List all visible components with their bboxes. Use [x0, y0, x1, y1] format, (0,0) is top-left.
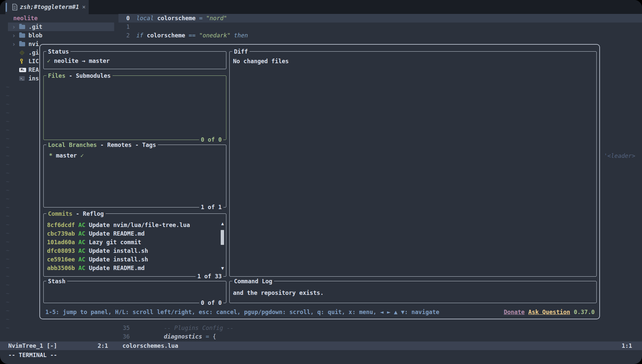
tab-commits[interactable]: Commits: [48, 210, 72, 217]
file-icon: [12, 4, 18, 13]
tree-item-label: LIC: [28, 57, 39, 66]
commit-author: AC: [75, 230, 89, 237]
commit-row[interactable]: dfc08093 AC Update install.sh: [47, 247, 217, 255]
code-line: 36diagnostics = {: [0, 332, 642, 341]
commit-message: Update install.sh: [89, 248, 148, 254]
line-number: 36: [118, 332, 130, 341]
folder-icon: [19, 42, 28, 46]
statusline: NvimTree_1 [-] 2:1 colorschemes.lua 1:1: [0, 341, 642, 350]
diff-content: No changed files: [233, 57, 289, 66]
panel-branches[interactable]: Local Branches - Remotes - Tags * master…: [43, 145, 226, 207]
scroll-down-icon[interactable]: ▼: [220, 264, 225, 272]
commit-row[interactable]: ce5916ee AC Update install.sh: [47, 255, 217, 264]
panel-status-title: Status: [46, 47, 70, 56]
commit-hash: cbc739ab: [47, 230, 75, 237]
tabline: zsh;#toggleterm#1 ×: [0, 0, 642, 14]
commit-row[interactable]: abb3506b AC Update README.md: [47, 264, 217, 272]
panel-diff[interactable]: Diff No changed files: [229, 51, 597, 277]
commit-hash: abb3506b: [47, 265, 75, 271]
commit-message: Update nvim/lua/file-tree.lua: [89, 222, 190, 228]
statusline-cursor-pos-right: 1:1: [621, 341, 632, 350]
key-icon: [19, 59, 28, 64]
scrollbar[interactable]: ▲ ▼: [220, 219, 225, 272]
commit-author: AC: [75, 256, 89, 263]
line-number: 35: [118, 324, 130, 332]
branch-row[interactable]: * master ✓: [49, 151, 84, 160]
panel-files[interactable]: Files - Submodules 0 of 0: [43, 75, 226, 140]
commit-hash: 101ad60a: [47, 239, 75, 246]
line-number: 0: [118, 14, 130, 23]
tab-reflog[interactable]: - Reflog: [72, 210, 104, 217]
ask-question-link[interactable]: Ask Question: [528, 308, 570, 316]
code-line: 0local colorscheme = "nord": [0, 14, 642, 23]
commit-author: AC: [75, 265, 89, 271]
status-branch-text: neolite → master: [51, 58, 110, 64]
statusline-buffer-name: NvimTree_1 [-]: [8, 341, 57, 350]
panel-stash[interactable]: Stash 0 of 0: [43, 281, 226, 303]
commit-row[interactable]: cbc739ab AC Update README.md: [47, 229, 217, 238]
panel-commits[interactable]: Commits - Reflog 8cf6dcdf AC Update nvim…: [43, 213, 226, 277]
lazygit-float-window: Status ✓ neolite → master Files - Submod…: [39, 44, 600, 319]
scrollbar-thumb[interactable]: [221, 230, 224, 245]
code-text: -- Plugins Config --: [164, 324, 234, 332]
lazygit-version: 0.37.0: [574, 308, 595, 316]
tab-title: zsh;#toggleterm#1: [20, 3, 79, 11]
branch-star-icon: *: [49, 152, 56, 159]
commit-row[interactable]: 8cf6dcdf AC Update nvim/lua/file-tree.lu…: [47, 221, 217, 229]
commit-message: Lazy git commit: [89, 239, 141, 246]
tab-toggleterm[interactable]: zsh;#toggleterm#1 ×: [5, 0, 89, 14]
commit-message: Update README.md: [89, 230, 145, 237]
panel-stash-title: Stash: [46, 277, 67, 286]
stash-counter: 0 of 0: [199, 298, 223, 307]
code-line: 2if colorscheme == "onedark" then: [0, 31, 642, 40]
commit-row[interactable]: 101ad60a AC Lazy git commit: [47, 238, 217, 247]
tree-item-label: REA: [28, 66, 39, 74]
tree-item-label: ins: [28, 74, 39, 83]
line-number: 1: [118, 23, 130, 31]
code-line: 1: [0, 23, 642, 31]
commit-list: 8cf6dcdf AC Update nvim/lua/file-tree.lu…: [47, 221, 217, 272]
keybind-bar: 1-5: jump to panel, H/L: scroll left/rig…: [45, 308, 595, 316]
gitignore-icon: [19, 51, 28, 55]
scroll-up-icon[interactable]: ▲: [220, 219, 225, 228]
status-content: ✓ neolite → master: [47, 57, 110, 65]
keybind-hints: 1-5: jump to panel, H/L: scroll left/rig…: [45, 308, 439, 316]
files-counter: 0 of 0: [199, 135, 223, 144]
tab-submodules[interactable]: - Submodules: [66, 72, 111, 79]
code-line: 35-- Plugins Config --: [0, 324, 642, 332]
statusline-file-name: colorschemes.lua: [122, 341, 178, 350]
markdown-icon: M↓: [19, 68, 28, 72]
empty-buffer-tildes: ~ ~ ~ ~ ~ ~ ~ ~ ~ ~ ~ ~ ~ ~ ~ ~ ~ ~ ~ ~ …: [6, 83, 10, 332]
tab-remotes-tags[interactable]: - Remotes - Tags: [97, 142, 156, 148]
panel-status[interactable]: Status ✓ neolite → master: [43, 51, 226, 69]
branches-counter: 1 of 1: [199, 203, 223, 211]
terminal-icon: >_: [19, 76, 28, 81]
panel-command-log[interactable]: Command Log and the repository exists.: [229, 281, 597, 303]
tab-files[interactable]: Files: [48, 72, 66, 79]
code-text: local colorscheme = "nord": [136, 14, 227, 23]
commit-hash: 8cf6dcdf: [47, 222, 75, 228]
code-text: diagnostics = {: [164, 332, 216, 341]
commit-hash: ce5916ee: [47, 256, 75, 263]
commit-message: Update install.sh: [89, 256, 148, 263]
line-number: 2: [118, 31, 130, 40]
donate-link[interactable]: Donate: [504, 308, 525, 316]
tab-local-branches[interactable]: Local Branches: [48, 142, 97, 148]
commits-counter: 1 of 33: [196, 272, 223, 281]
chevron-right-icon: ›: [12, 40, 19, 48]
commit-author: AC: [75, 248, 89, 254]
panel-branches-title: Local Branches - Remotes - Tags: [46, 141, 158, 149]
panel-command-log-title: Command Log: [232, 277, 274, 286]
commit-message: Update README.md: [89, 265, 145, 271]
check-icon: ✓: [47, 58, 51, 64]
tree-item-label: .gi: [28, 48, 39, 57]
close-icon[interactable]: ×: [82, 3, 86, 11]
lazygit-links: Donate Ask Question 0.37.0: [504, 308, 595, 316]
commit-author: AC: [75, 222, 89, 228]
panel-files-title: Files - Submodules: [46, 71, 113, 80]
command-log-content: and the repository exists.: [233, 289, 324, 297]
tree-item-label: nvi: [28, 40, 39, 48]
panel-commits-title: Commits - Reflog: [46, 209, 106, 218]
leader-hint-text: '<leader>: [604, 152, 635, 160]
code-text: if colorscheme == "onedark" then: [136, 31, 248, 40]
